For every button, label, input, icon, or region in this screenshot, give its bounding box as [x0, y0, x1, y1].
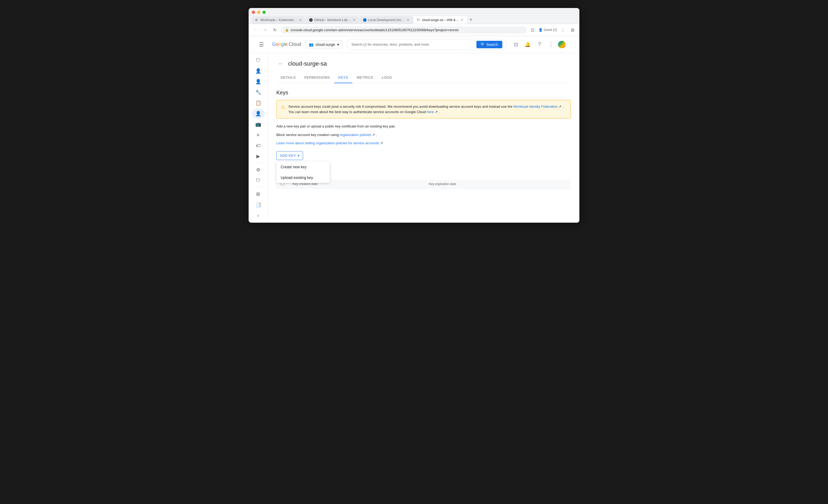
tab-keys[interactable]: KEYS	[334, 72, 353, 83]
logo-o1: o	[276, 42, 279, 47]
browser-menu-button[interactable]: ⋮	[559, 26, 567, 34]
back-nav-button[interactable]: ←	[252, 26, 259, 34]
search-bar[interactable]: Search (/) for resources, docs, products…	[347, 39, 507, 50]
tab-close-2[interactable]: ✕	[353, 18, 356, 22]
logo-o2: o	[279, 42, 281, 47]
refresh-button[interactable]: ↻	[271, 26, 279, 34]
workload-identity-link[interactable]: Workload Identity Federation	[513, 104, 558, 109]
tab-title-3: Local Development (minikube...	[368, 18, 405, 22]
info-text-line2: Block service account key creation using…	[276, 132, 571, 138]
address-bar[interactable]: 🔒 console.cloud.google.com/iam-admin/ser…	[281, 27, 527, 34]
project-name: cloud-surge	[316, 42, 335, 47]
info-text-line1: Add a new key pair or upload a public ke…	[276, 124, 571, 129]
close-button[interactable]	[252, 11, 255, 14]
docs-icon[interactable]: 📑	[252, 200, 264, 210]
iam-icon active[interactable]: 👤	[252, 109, 264, 119]
header-icons: ⊡ 🔔 ? ⋮	[511, 40, 566, 49]
profile-button[interactable]: 👤 Guest (2)	[539, 28, 557, 32]
audit-log-icon[interactable]: 📋	[252, 98, 264, 108]
list-icon[interactable]: ≡	[252, 130, 264, 140]
tab-close-3[interactable]: ✕	[407, 18, 410, 22]
browser-tab-4[interactable]: 🛡 cloud-surge-sa – IAM & Adm... ✕	[413, 16, 467, 24]
notification-bell-icon[interactable]: 🔔	[523, 40, 532, 49]
search-button[interactable]: 🔍 Search	[477, 41, 502, 48]
logo-g2: g	[281, 42, 284, 47]
browser-tab-1[interactable]: ⚙ Workloads – Kubernetes Engi... ✕	[252, 16, 305, 24]
add-key-wrapper: ADD KEY ▾ Create new key Upload existing…	[276, 151, 303, 161]
profile-avatar: 👤	[539, 28, 543, 32]
upload-existing-key-item[interactable]: Upload existing key	[276, 172, 330, 183]
tab-close-4[interactable]: ✕	[460, 18, 464, 22]
tab-logs[interactable]: LOGS	[377, 72, 396, 83]
cloud-shell-icon[interactable]: ⊞	[252, 189, 264, 199]
google-logo-text: Google	[272, 42, 288, 47]
dropdown-arrow-icon: ▾	[298, 154, 300, 158]
cast-icon[interactable]: ⊡	[529, 26, 536, 34]
warning-triangle-icon: ⚠	[281, 104, 285, 110]
hamburger-menu-button[interactable]: ☰	[255, 38, 268, 51]
tag-icon[interactable]: 🏷	[252, 140, 264, 151]
tabs-bar: ⚙ Workloads – Kubernetes Engi... ✕ ⚫ Git…	[252, 16, 576, 24]
toolbar-right: ⊡ 👤 Guest (2) ⋮ ⊞	[529, 26, 576, 34]
project-selector[interactable]: 👥 cloud-surge ▾	[305, 41, 342, 48]
guest-label: Guest (2)	[544, 28, 557, 32]
warning-banner: ⚠ Service account keys could pose a secu…	[276, 100, 571, 118]
search-placeholder-text: Search (/) for resources, docs, products…	[351, 42, 474, 46]
org-policies-service-accounts-link[interactable]: Learn more about setting organization po…	[276, 141, 379, 145]
project-icon: 👥	[309, 42, 314, 47]
help-icon[interactable]: ?	[535, 40, 544, 49]
project-dropdown-icon: ▾	[337, 42, 339, 47]
manage-accounts-icon[interactable]: 👤	[252, 77, 264, 87]
wrench-icon[interactable]: 🔧	[252, 87, 264, 97]
tab-favicon-3: 🔵	[363, 18, 367, 22]
settings-icon[interactable]: ⚙	[252, 165, 264, 175]
tab-favicon-2: ⚫	[309, 18, 313, 22]
security-icon[interactable]: 🛡	[252, 175, 264, 185]
back-button[interactable]: ←	[276, 59, 285, 68]
browser-tab-2[interactable]: ⚫ GitHub - Steinbeck-Lab/cloud... ✕	[306, 16, 359, 24]
new-tab-button[interactable]: +	[467, 16, 474, 24]
tab-title-4: cloud-surge-sa – IAM & Adm...	[422, 18, 459, 22]
add-key-button[interactable]: ADD KEY ▾	[276, 151, 303, 160]
warning-text: Service account keys could pose a securi…	[288, 104, 566, 114]
lock-icon: 🔒	[285, 28, 289, 32]
nav-divider-2	[254, 187, 262, 187]
more-options-icon[interactable]: ⋮	[546, 40, 556, 49]
people-nav-icon[interactable]: 👤	[252, 66, 264, 76]
app-layout: ☰ Google Cloud 👥 cloud-surge ▾ Search (	[249, 36, 579, 223]
content-area: 🛡 👤 👤 🔧 📋 👤 📺 ≡ 🏷 ▶ ⚙ 🛡 ⊞ 📑	[249, 53, 579, 223]
table-col-expiration: Key expiration date	[425, 180, 571, 188]
google-cloud-logo: Google Cloud	[272, 42, 301, 47]
page-title: cloud-surge-sa	[288, 60, 327, 67]
extensions-button[interactable]: ⊞	[569, 26, 576, 34]
create-new-key-item[interactable]: Create new key	[276, 162, 330, 172]
maximize-button[interactable]	[262, 11, 266, 14]
logo-e: e	[285, 42, 288, 47]
tab-metrics[interactable]: METRICS	[353, 72, 377, 83]
app-container: ☰ Google Cloud 👥 cloud-surge ▾ Search (	[249, 36, 579, 223]
cloud-text: Cloud	[289, 42, 301, 47]
tab-details[interactable]: DETAILS	[276, 72, 300, 83]
main-content: ← cloud-surge-sa DETAILS PERMISSIONS KEY…	[268, 53, 579, 223]
arrow-right-icon[interactable]: ▶	[252, 151, 264, 161]
forward-nav-button[interactable]: →	[261, 26, 269, 34]
info-text-line3: Learn more about setting organization po…	[276, 140, 571, 146]
monitor-icon[interactable]: 📺	[252, 119, 264, 129]
browser-toolbar: ← → ↻ 🔒 console.cloud.google.com/iam-adm…	[249, 24, 579, 36]
url-text: console.cloud.google.com/iam-admin/servi…	[290, 28, 459, 32]
tab-permissions[interactable]: PERMISSIONS	[300, 72, 334, 83]
tab-nav: DETAILS PERMISSIONS KEYS METRICS LOGS	[276, 72, 571, 83]
user-avatar[interactable]	[558, 41, 566, 48]
expand-nav-icon[interactable]: ›	[252, 210, 264, 220]
nav-divider	[254, 163, 262, 163]
app-header: ☰ Google Cloud 👥 cloud-surge ▾ Search (	[249, 36, 579, 53]
here-link[interactable]: here	[427, 110, 434, 114]
terminal-icon[interactable]: ⊡	[511, 40, 521, 49]
tab-close-1[interactable]: ✕	[299, 18, 302, 22]
browser-window: ⚙ Workloads – Kubernetes Engi... ✕ ⚫ Git…	[249, 8, 579, 223]
browser-tab-3[interactable]: 🔵 Local Development (minikube... ✕	[360, 16, 413, 24]
minimize-button[interactable]	[257, 11, 260, 14]
shield-nav-icon[interactable]: 🛡	[252, 55, 264, 65]
org-policies-link[interactable]: organization policies	[340, 133, 371, 137]
tab-favicon-4: 🛡	[417, 18, 420, 22]
